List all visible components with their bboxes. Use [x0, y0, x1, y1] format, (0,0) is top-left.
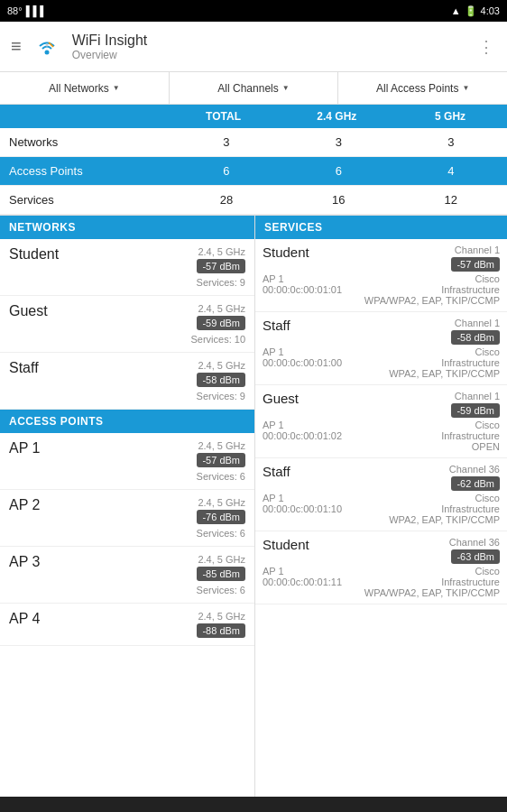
network-services: Services: 10 [9, 334, 245, 345]
service-vendor: Cisco [364, 273, 500, 284]
ap-bands: 2.4, 5 GHz [197, 497, 245, 508]
ap-services: Services: 6 [9, 585, 245, 595]
service-vendor: Cisco [364, 566, 500, 577]
home-button[interactable]: ⌂ [247, 806, 262, 813]
battery-icon: 🔋 [465, 5, 477, 17]
service-security: WPA/WPA2, EAP, TKIP/CCMP [364, 587, 500, 598]
left-panel: NETWORKS Student 2.4, 5 GHz -57 dBm Serv… [0, 216, 255, 797]
service-vendor: Cisco [441, 420, 500, 430]
ap-signal: -57 dBm [197, 453, 245, 467]
service-security: WPA2, EAP, TKIP/CCMP [389, 368, 500, 379]
service-ap: AP 1 [263, 420, 342, 430]
recent-button[interactable]: ▭ [412, 807, 431, 812]
service-signal: -57 dBm [451, 257, 500, 272]
service-item[interactable]: Staff Channel 36 -62 dBm AP 1 00:00:0c:0… [255, 458, 507, 531]
service-type: Infrastructure [364, 577, 500, 587]
stats-row-5ghz: 12 [395, 186, 507, 214]
ap-name: AP 3 [9, 554, 40, 570]
status-left: 88° ▌▌▌ [7, 5, 47, 16]
service-type: Infrastructure [389, 357, 500, 368]
stats-row-label: Networks [0, 128, 171, 156]
wifi-status-icon: ▲ [451, 5, 461, 16]
service-name: Staff [263, 464, 290, 479]
service-channel: Channel 36 [449, 537, 500, 548]
back-button[interactable]: ← [76, 807, 96, 812]
network-signal: -59 dBm [197, 316, 245, 330]
filter-networks[interactable]: All Networks ▼ [0, 72, 170, 104]
network-bands: 2.4, 5 GHz [197, 303, 245, 314]
app-subtitle: Overview [72, 49, 478, 61]
stats-row: Networks 3 3 3 [0, 128, 507, 157]
service-name: Guest [263, 391, 299, 406]
main-content: NETWORKS Student 2.4, 5 GHz -57 dBm Serv… [0, 216, 507, 797]
service-signal: -59 dBm [451, 403, 500, 418]
svg-point-1 [45, 43, 48, 46]
service-ap: AP 1 [263, 273, 342, 284]
service-security: OPEN [441, 441, 500, 452]
stats-row-24ghz: 16 [282, 186, 394, 214]
service-security: WPA2, EAP, TKIP/CCMP [389, 514, 500, 525]
filter-access-points[interactable]: All Access Points ▼ [338, 72, 507, 104]
status-bar: 88° ▌▌▌ ▲ 🔋 4:03 [0, 0, 507, 22]
service-mac: 00:00:0c:00:01:11 [263, 577, 342, 587]
network-item[interactable]: Staff 2.4, 5 GHz -58 dBm Services: 9 [0, 353, 254, 410]
stats-row-label: Access Points [0, 157, 171, 185]
stats-row-24ghz: 3 [282, 128, 394, 156]
stats-row: Access Points 6 6 4 [0, 157, 507, 186]
service-name: Student [263, 245, 309, 260]
stats-row-5ghz: 4 [395, 157, 507, 185]
service-name: Staff [263, 318, 290, 333]
filter-ap-arrow: ▼ [462, 84, 469, 92]
ap-signal: -85 dBm [197, 567, 245, 581]
stats-row-total: 28 [171, 186, 282, 214]
service-type: Infrastructure [364, 284, 500, 295]
wifi-logo-icon [37, 37, 57, 57]
stats-row-24ghz: 6 [282, 157, 394, 185]
ap-bands: 2.4, 5 GHz [197, 440, 245, 451]
filter-networks-arrow: ▼ [113, 84, 120, 92]
network-services: Services: 9 [9, 391, 245, 401]
service-mac: 00:00:0c:00:01:01 [263, 284, 342, 295]
service-security: WPA/WPA2, EAP, TKIP/CCMP [364, 295, 500, 306]
service-item[interactable]: Student Channel 36 -63 dBm AP 1 00:00:0c… [255, 531, 507, 604]
service-item[interactable]: Guest Channel 1 -59 dBm AP 1 00:00:0c:00… [255, 385, 507, 458]
filter-channels-arrow: ▼ [282, 84, 290, 92]
ap-bands: 2.4, 5 GHz [197, 611, 245, 622]
network-bands: 2.4, 5 GHz [197, 246, 245, 257]
stats-table: TOTAL 2.4 GHz 5 GHz Networks 3 3 3 Acces… [0, 105, 507, 216]
service-ap: AP 1 [263, 346, 342, 357]
service-signal: -62 dBm [451, 476, 500, 491]
service-item[interactable]: Student Channel 1 -57 dBm AP 1 00:00:0c:… [255, 239, 507, 312]
service-vendor: Cisco [389, 346, 500, 357]
service-item[interactable]: Staff Channel 1 -58 dBm AP 1 00:00:0c:00… [255, 312, 507, 385]
network-item[interactable]: Guest 2.4, 5 GHz -59 dBm Services: 10 [0, 296, 254, 353]
service-type: Infrastructure [389, 503, 500, 514]
service-name: Student [263, 537, 309, 552]
status-right: ▲ 🔋 4:03 [451, 5, 500, 17]
time-display: 4:03 [481, 5, 500, 16]
ap-item[interactable]: AP 4 2.4, 5 GHz -88 dBm [0, 604, 254, 646]
ap-name: AP 2 [9, 497, 40, 513]
ap-services: Services: 6 [9, 528, 245, 539]
stats-row-total: 6 [171, 157, 282, 185]
stats-row: Services 28 16 12 [0, 186, 507, 215]
ap-item[interactable]: AP 3 2.4, 5 GHz -85 dBm Services: 6 [0, 547, 254, 604]
network-name: Student [9, 246, 59, 263]
stats-col-label [0, 105, 167, 128]
ap-signal: -76 dBm [197, 510, 245, 524]
app-title: WiFi Insight [72, 32, 478, 49]
ap-item[interactable]: AP 2 2.4, 5 GHz -76 dBm Services: 6 [0, 490, 254, 547]
ap-section-header: ACCESS POINTS [0, 410, 254, 433]
service-signal: -63 dBm [451, 549, 500, 564]
filter-channels[interactable]: All Channels ▼ [170, 72, 339, 104]
stats-col-total: TOTAL [167, 105, 281, 128]
ap-name: AP 4 [9, 611, 40, 627]
service-ap: AP 1 [263, 493, 342, 503]
network-name: Guest [9, 303, 48, 319]
stats-col-5ghz: 5 GHz [393, 105, 507, 128]
network-item[interactable]: Student 2.4, 5 GHz -57 dBm Services: 9 [0, 239, 254, 296]
hamburger-menu[interactable]: ≡ [11, 36, 22, 57]
bottom-nav: ← ⌂ ▭ [0, 797, 507, 812]
overflow-menu[interactable]: ⋮ [478, 37, 496, 57]
ap-item[interactable]: AP 1 2.4, 5 GHz -57 dBm Services: 6 [0, 433, 254, 490]
